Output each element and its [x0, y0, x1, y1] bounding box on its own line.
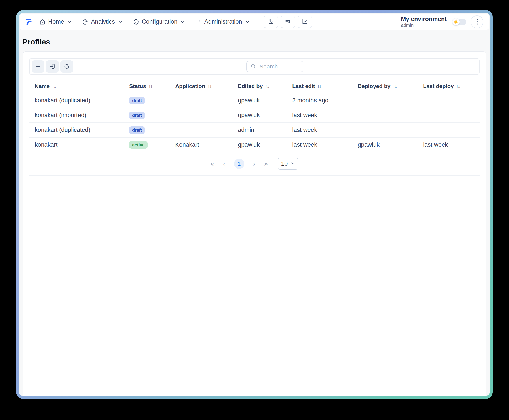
nav-item-label: Configuration	[142, 18, 177, 25]
status-badge: draft	[129, 126, 145, 134]
page-size-select[interactable]: 10	[278, 158, 299, 170]
chevron-down-icon	[118, 19, 123, 24]
sort-icon[interactable]: ↑↓	[52, 83, 56, 89]
last-page-button[interactable]: »	[264, 160, 268, 167]
add-profile-button[interactable]	[32, 60, 45, 73]
table-toolbar	[29, 58, 480, 75]
main-content: Profiles	[19, 30, 490, 396]
column-header-edited-by[interactable]: Edited by↑↓	[232, 80, 287, 93]
cell-application	[170, 93, 232, 108]
sort-icon[interactable]: ↑↓	[207, 83, 211, 89]
profiles-card: Name↑↓Status↑↓Application↑↓Edited by↑↓La…	[22, 52, 486, 396]
table-row[interactable]: konakart (imported)draftgpawluklast week	[29, 108, 480, 123]
app-window: Home Analytics	[19, 13, 490, 396]
cell-last-deploy	[418, 108, 480, 123]
column-label: Application	[175, 83, 205, 89]
list-search-button[interactable]	[281, 16, 295, 28]
nav-item-administration[interactable]: Administration	[195, 18, 250, 25]
cell-status: draft	[124, 108, 170, 123]
brand-logo-icon[interactable]	[24, 17, 33, 27]
chevron-down-icon	[290, 160, 295, 167]
sort-icon[interactable]: ↑↓	[265, 83, 269, 89]
nav-item-analytics[interactable]: Analytics	[82, 18, 123, 25]
gauge-icon	[82, 19, 89, 25]
sort-icon[interactable]: ↑↓	[456, 83, 460, 89]
column-header-deployed-by[interactable]: Deployed by↑↓	[352, 80, 418, 93]
sort-icon[interactable]: ↑↓	[148, 83, 152, 89]
cell-last-deploy	[418, 93, 480, 108]
column-header-status[interactable]: Status↑↓	[124, 80, 170, 93]
column-header-last-deploy[interactable]: Last deploy↑↓	[418, 80, 480, 93]
nav-item-configuration[interactable]: Configuration	[133, 18, 185, 25]
kebab-icon	[477, 19, 478, 20]
column-label: Name	[35, 83, 50, 89]
chevron-down-icon	[180, 19, 185, 24]
cell-application	[170, 123, 232, 137]
table-row[interactable]: konakart (duplicated)draftgpawluk2 month…	[29, 93, 480, 108]
line-chart-icon	[302, 18, 308, 25]
pagination: « ‹ 1 › » 10	[29, 152, 480, 176]
page-title: Profiles	[22, 37, 486, 46]
sun-icon: ☀️	[454, 20, 458, 24]
previous-page-button[interactable]: ‹	[223, 160, 225, 167]
cell-last-deploy: last week	[418, 137, 480, 152]
theme-toggle[interactable]: ☀️	[452, 19, 466, 25]
microscope-icon	[268, 18, 274, 25]
cell-status: active	[124, 137, 170, 152]
table-row[interactable]: konakart (duplicated)draftadminlast week	[29, 123, 480, 137]
cell-last-edit: last week	[287, 108, 352, 123]
line-chart-button[interactable]	[298, 16, 312, 28]
import-profile-button[interactable]	[46, 60, 59, 73]
current-page-button[interactable]: 1	[234, 159, 244, 169]
cell-application: Konakart	[170, 137, 232, 152]
environment-name: My environment	[401, 16, 447, 22]
sliders-icon	[195, 19, 202, 25]
table-row[interactable]: konakartactiveKonakartgpawluklast weekgp…	[29, 137, 480, 152]
column-header-name[interactable]: Name↑↓	[29, 80, 124, 93]
list-search-icon	[284, 18, 291, 25]
profiles-table: Name↑↓Status↑↓Application↑↓Edited by↑↓La…	[29, 80, 480, 152]
cell-deployed-by	[352, 123, 418, 137]
column-header-last-edit[interactable]: Last edit↑↓	[287, 80, 352, 93]
nav-item-label: Home	[48, 18, 64, 25]
cell-edited-by: gpawluk	[232, 93, 287, 108]
cell-status: draft	[124, 93, 170, 108]
sort-icon[interactable]: ↑↓	[317, 83, 321, 89]
app-frame: Home Analytics	[16, 10, 493, 399]
page-size-value: 10	[281, 160, 288, 167]
chevron-down-icon	[245, 19, 250, 24]
column-label: Edited by	[238, 83, 263, 89]
search-icon	[250, 63, 256, 70]
next-page-button[interactable]: ›	[253, 160, 255, 167]
cell-name: konakart (duplicated)	[29, 123, 124, 137]
environment-block: My environment admin	[401, 16, 447, 28]
cell-edited-by: admin	[232, 123, 287, 137]
import-icon	[49, 63, 56, 70]
nav-item-label: Administration	[204, 18, 242, 25]
plus-icon	[34, 63, 42, 70]
column-label: Last edit	[292, 83, 315, 89]
more-options-button[interactable]	[471, 15, 483, 28]
top-navbar: Home Analytics	[20, 14, 489, 30]
cell-deployed-by: gpawluk	[352, 137, 418, 152]
cell-deployed-by	[352, 93, 418, 108]
column-header-application[interactable]: Application↑↓	[170, 80, 232, 93]
first-page-button[interactable]: «	[210, 160, 215, 167]
cell-status: draft	[124, 123, 170, 137]
status-badge: draft	[129, 97, 145, 104]
home-icon	[39, 19, 46, 25]
navbar-right: My environment admin ☀️	[401, 15, 483, 28]
column-label: Status	[129, 83, 146, 89]
status-badge: active	[129, 141, 148, 149]
microscope-button[interactable]	[263, 16, 278, 28]
cell-edited-by: gpawluk	[232, 108, 287, 123]
search-input[interactable]	[259, 63, 299, 70]
cell-last-deploy	[418, 123, 480, 137]
cell-edited-by: gpawluk	[232, 137, 287, 152]
cell-name: konakart (imported)	[29, 108, 124, 123]
nav-item-home[interactable]: Home	[39, 18, 72, 25]
search-container	[246, 61, 303, 72]
sort-icon[interactable]: ↑↓	[393, 83, 397, 89]
nav-item-label: Analytics	[91, 18, 115, 25]
refresh-button[interactable]	[60, 60, 73, 73]
